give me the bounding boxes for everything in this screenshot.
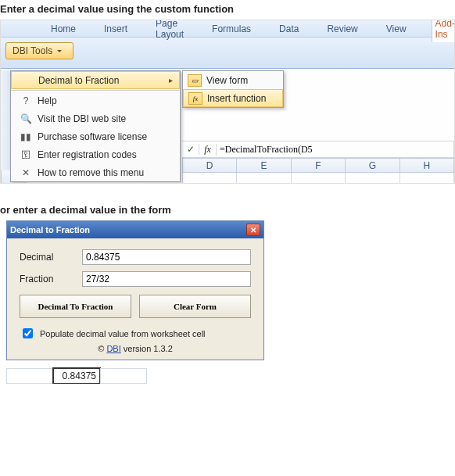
menu-help[interactable]: ? Help (11, 91, 180, 109)
bottom-grid: 0.84375 (6, 368, 455, 384)
clear-form-button[interactable]: Clear Form (139, 295, 251, 318)
help-icon: ? (17, 95, 34, 106)
menu-remove[interactable]: ✕ How to remove this menu (11, 163, 180, 181)
spreadsheet-grid[interactable]: D E F G H 0.251/4 0.1251/8 0.375=Decimal… (182, 158, 454, 183)
selected-cell[interactable]: 0.84375 (53, 368, 100, 384)
menu-purchase[interactable]: ▮▮ Purchase software license (11, 127, 180, 145)
dbi-tools-menu: Decimal to Fraction ? Help 🔍 Visit the D… (10, 70, 181, 182)
col-header[interactable]: E (237, 159, 291, 173)
menu-label: Help (38, 95, 57, 106)
menu-separator (11, 90, 180, 91)
decimal-to-fraction-button[interactable]: Decimal To Fraction (20, 295, 131, 318)
heading-2: or enter a decimal value in the form (0, 201, 455, 220)
formula-accept-icon[interactable]: ✓ (182, 144, 199, 155)
formula-input[interactable] (217, 144, 453, 156)
cell[interactable] (6, 368, 53, 384)
globe-icon: 🔍 (17, 113, 34, 124)
menu-label: Decimal to Fraction (38, 75, 119, 86)
tab-add-ins[interactable]: Add-Ins (432, 20, 455, 42)
menu-decimal-to-fraction[interactable]: Decimal to Fraction (11, 71, 180, 89)
row-header-strip (1, 70, 10, 183)
decimal-input[interactable] (82, 249, 251, 265)
heading-1: Enter a decimal value using the custom f… (0, 0, 455, 20)
fraction-label: Fraction (20, 274, 82, 285)
fx-icon[interactable]: fx (199, 144, 217, 156)
tab-page-layout[interactable]: Page Layout (152, 20, 187, 41)
decimal-to-fraction-dialog: Decimal to Fraction ✕ Decimal Fraction D… (6, 220, 264, 360)
col-header[interactable]: G (346, 159, 399, 173)
submenu-view-form[interactable]: ▭ View form (183, 71, 283, 89)
submenu-insert-function[interactable]: fx Insert function (183, 89, 283, 107)
decimal-label: Decimal (20, 252, 82, 263)
menu-label: Visit the DBI web site (38, 113, 126, 124)
dialog-titlebar[interactable]: Decimal to Fraction ✕ (7, 221, 263, 238)
menu-visit-site[interactable]: 🔍 Visit the DBI web site (11, 109, 180, 127)
col-header[interactable]: D (183, 159, 237, 173)
form-icon: ▭ (188, 74, 202, 87)
fraction-input[interactable] (82, 271, 251, 287)
formula-bar: ✓ fx (182, 141, 454, 158)
tab-review[interactable]: Review (324, 22, 360, 36)
dialog-close-button[interactable]: ✕ (246, 224, 260, 236)
tab-insert[interactable]: Insert (101, 22, 131, 36)
close-icon: ✕ (17, 167, 34, 178)
tab-home[interactable]: Home (48, 22, 79, 36)
populate-checkbox[interactable] (23, 328, 33, 338)
dbi-link[interactable]: DBI (106, 344, 120, 353)
populate-label: Populate decimal value from worksheet ce… (40, 329, 206, 338)
menu-label: How to remove this menu (38, 167, 144, 178)
menu-label: Purchase software license (38, 131, 147, 142)
key-icon: ⚿ (17, 149, 34, 160)
dbi-tools-button[interactable]: DBI Tools (5, 42, 73, 59)
menu-register[interactable]: ⚿ Enter registration codes (11, 145, 180, 163)
submenu-label: View form (206, 75, 248, 86)
col-header[interactable]: F (291, 159, 345, 173)
tab-view[interactable]: View (383, 22, 410, 36)
menu-label: Enter registration codes (38, 149, 137, 160)
submenu-label: Insert function (207, 93, 266, 104)
version-line: © DBI version 1.3.2 (20, 344, 251, 353)
decimal-to-fraction-submenu: ▭ View form fx Insert function (182, 70, 284, 108)
col-header[interactable]: H (399, 159, 453, 173)
ribbon-tabs: Home Insert Page Layout Formulas Data Re… (1, 20, 454, 38)
addins-toolbar: DBI Tools (1, 38, 454, 69)
tab-formulas[interactable]: Formulas (209, 22, 254, 36)
excel-window: Home Insert Page Layout Formulas Data Re… (0, 20, 455, 184)
fx-icon: fx (188, 92, 202, 105)
tab-data[interactable]: Data (276, 22, 302, 36)
dialog-title: Decimal to Fraction (10, 225, 90, 234)
cell[interactable] (100, 368, 147, 384)
barcode-icon: ▮▮ (17, 131, 34, 142)
